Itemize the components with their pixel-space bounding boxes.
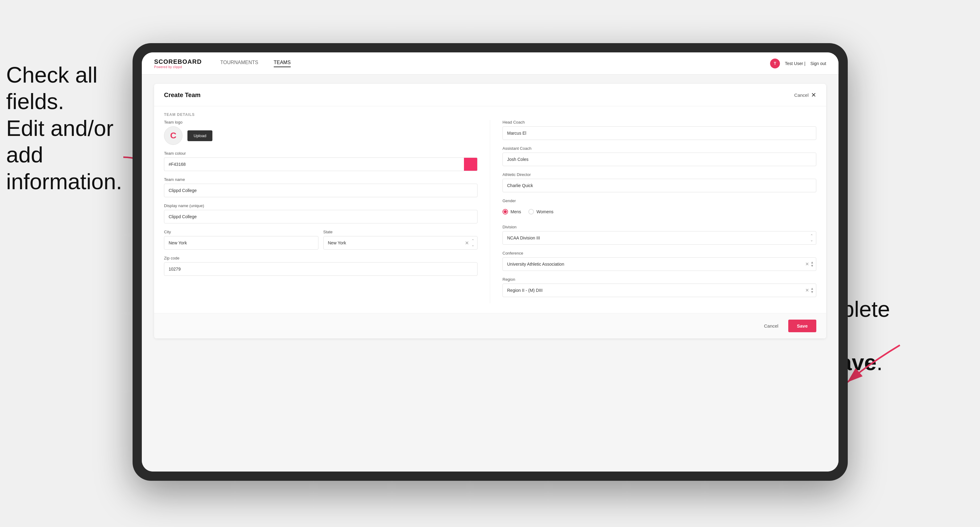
conference-select-wrap: University Athletic Association ✕ ▲▼ xyxy=(503,257,816,271)
team-colour-label: Team colour xyxy=(164,151,477,156)
colour-input-wrap xyxy=(164,157,477,171)
panel-footer: Cancel Save xyxy=(154,313,826,338)
gender-radio-group: Mens Womens xyxy=(503,205,816,219)
assistant-coach-input[interactable] xyxy=(503,152,816,166)
conference-select[interactable]: University Athletic Association xyxy=(503,257,816,271)
brand-name: SCOREBOARD xyxy=(154,58,202,65)
zip-group: Zip code xyxy=(164,256,477,276)
division-select-wrap: NCAA Division III ⌃⌄ xyxy=(503,231,816,245)
nav-teams[interactable]: TEAMS xyxy=(274,60,291,67)
city-state-row: City State New York ✕ xyxy=(164,230,477,250)
gender-group: Gender Mens Womens xyxy=(503,198,816,219)
team-name-input[interactable] xyxy=(164,184,477,197)
conference-clear-icon[interactable]: ✕ xyxy=(805,261,809,267)
navbar-brand: SCOREBOARD Powered by clippd xyxy=(154,58,202,69)
mens-radio-dot xyxy=(503,209,508,214)
annotation-line3: information. xyxy=(6,169,122,194)
form-right: Head Coach Assistant Coach Athletic Dire… xyxy=(490,120,816,303)
form-left: Team logo C Upload Team colour xyxy=(164,120,490,303)
head-coach-input[interactable] xyxy=(503,126,816,140)
panel-header: Create Team Cancel ✕ xyxy=(154,84,826,106)
save-button[interactable]: Save xyxy=(788,320,816,332)
upload-button[interactable]: Upload xyxy=(188,130,212,141)
annotation-line2: Edit and/or add xyxy=(6,116,113,167)
tablet-screen: SCOREBOARD Powered by clippd TOURNAMENTS… xyxy=(142,52,838,471)
team-name-group: Team name xyxy=(164,177,477,197)
head-coach-group: Head Coach xyxy=(503,120,816,140)
state-label: State xyxy=(323,230,478,234)
create-team-panel: Create Team Cancel ✕ TEAM DETAILS Team l… xyxy=(154,84,826,338)
athletic-director-input[interactable] xyxy=(503,179,816,192)
logo-area: C Upload xyxy=(164,126,477,145)
close-icon[interactable]: ✕ xyxy=(811,91,816,98)
nav-tournaments[interactable]: TOURNAMENTS xyxy=(220,60,258,67)
region-select[interactable]: Region II - (M) DIII xyxy=(503,284,816,297)
region-clear-icon[interactable]: ✕ xyxy=(805,287,809,293)
colour-swatch xyxy=(464,157,477,171)
user-name: Test User | xyxy=(785,61,805,66)
right-arrow-icon xyxy=(838,339,906,388)
panel-title: Create Team xyxy=(164,92,201,98)
section-label: TEAM DETAILS xyxy=(154,106,826,120)
team-logo-group: Team logo C Upload xyxy=(164,120,477,145)
gender-womens-option[interactable]: Womens xyxy=(528,209,554,214)
division-label: Division xyxy=(503,225,816,229)
region-group: Region Region II - (M) DIII ✕ ▲▼ xyxy=(503,277,816,297)
user-avatar: T xyxy=(770,59,780,68)
display-name-input[interactable] xyxy=(164,210,477,224)
tablet-frame: SCOREBOARD Powered by clippd TOURNAMENTS… xyxy=(132,43,848,481)
head-coach-label: Head Coach xyxy=(503,120,816,124)
city-state-group: City State New York ✕ xyxy=(164,230,477,250)
left-annotation: Check all fields. Edit and/or add inform… xyxy=(6,62,123,195)
team-colour-group: Team colour xyxy=(164,151,477,171)
display-name-label: Display name (unique) xyxy=(164,203,477,208)
state-select-wrap: New York ✕ ⌃⌄ xyxy=(323,236,478,250)
division-group: Division NCAA Division III ⌃⌄ xyxy=(503,225,816,245)
gender-mens-option[interactable]: Mens xyxy=(503,209,521,214)
brand-sub: Powered by clippd xyxy=(154,65,202,69)
team-name-label: Team name xyxy=(164,177,477,182)
annotation-line1: Check all fields. xyxy=(6,63,97,114)
navbar-right: T Test User | Sign out xyxy=(770,59,826,68)
athletic-director-group: Athletic Director xyxy=(503,172,816,192)
conference-label: Conference xyxy=(503,251,816,256)
womens-radio-dot xyxy=(528,209,534,214)
navbar: SCOREBOARD Powered by clippd TOURNAMENTS… xyxy=(142,52,838,75)
panel-close-button[interactable]: Cancel ✕ xyxy=(794,91,816,98)
assistant-coach-group: Assistant Coach xyxy=(503,146,816,166)
display-name-group: Display name (unique) xyxy=(164,203,477,224)
region-label: Region xyxy=(503,277,816,282)
sign-out-link[interactable]: Sign out xyxy=(810,61,826,66)
state-group: State New York ✕ ⌃⌄ xyxy=(323,230,478,250)
athletic-director-label: Athletic Director xyxy=(503,172,816,177)
womens-label: Womens xyxy=(536,209,554,214)
division-select[interactable]: NCAA Division III xyxy=(503,231,816,245)
form-grid: Team logo C Upload Team colour xyxy=(154,120,826,313)
logo-circle: C xyxy=(164,126,183,145)
city-group: City xyxy=(164,230,318,250)
team-colour-input[interactable] xyxy=(164,157,464,171)
city-label: City xyxy=(164,230,318,234)
cancel-button[interactable]: Cancel xyxy=(759,320,783,332)
gender-label: Gender xyxy=(503,198,816,203)
cancel-label: Cancel xyxy=(794,92,808,98)
conference-group: Conference University Athletic Associati… xyxy=(503,251,816,271)
city-input[interactable] xyxy=(164,236,318,250)
region-select-wrap: Region II - (M) DIII ✕ ▲▼ xyxy=(503,284,816,297)
zip-label: Zip code xyxy=(164,256,477,260)
state-clear-icon[interactable]: ✕ xyxy=(465,240,469,246)
zip-input[interactable] xyxy=(164,262,477,276)
assistant-coach-label: Assistant Coach xyxy=(503,146,816,151)
nav-links: TOURNAMENTS TEAMS xyxy=(220,60,770,67)
mens-label: Mens xyxy=(511,209,521,214)
main-content: Create Team Cancel ✕ TEAM DETAILS Team l… xyxy=(142,75,838,471)
team-logo-label: Team logo xyxy=(164,120,477,124)
state-select[interactable]: New York xyxy=(323,236,478,250)
